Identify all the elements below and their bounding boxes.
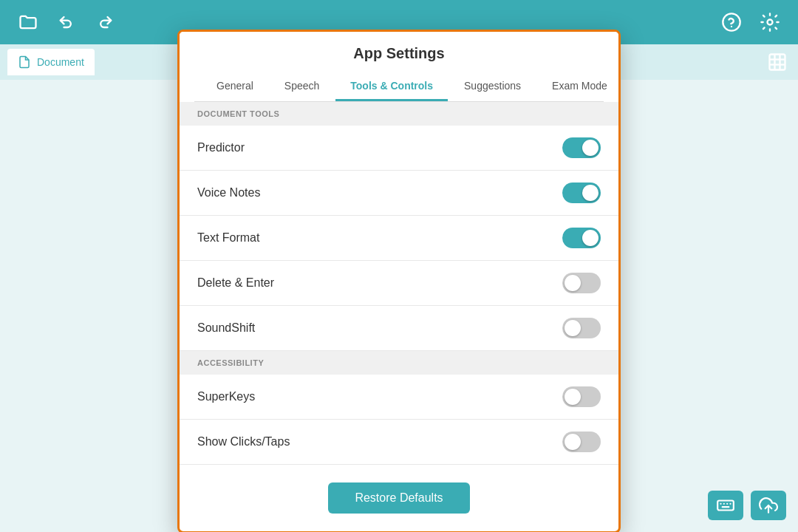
modal-overlay: App Settings General Speech Tools & Cont… <box>0 0 798 532</box>
soundshift-label: SoundShift <box>197 321 255 335</box>
tab-suggestions[interactable]: Suggestions <box>449 72 536 101</box>
predictor-toggle[interactable] <box>562 137 601 158</box>
section-document-tools-header: DOCUMENT TOOLS <box>180 102 618 126</box>
dialog-header: App Settings General Speech Tools & Cont… <box>180 32 618 102</box>
voice-notes-toggle[interactable] <box>562 183 601 203</box>
setting-voice-notes: Voice Notes <box>180 171 618 216</box>
soundshift-toggle[interactable] <box>562 318 601 338</box>
keyboard-icon-btn[interactable] <box>708 491 743 520</box>
delete-enter-toggle[interactable] <box>562 273 601 293</box>
tab-tools-controls[interactable]: Tools & Controls <box>335 72 448 101</box>
dialog-tabs: General Speech Tools & Controls Suggesti… <box>194 72 604 102</box>
setting-predictor: Predictor <box>180 126 618 171</box>
text-format-toggle[interactable] <box>562 228 601 248</box>
setting-soundshift: SoundShift <box>180 306 618 351</box>
setting-superkeys: SuperKeys <box>180 375 618 420</box>
superkeys-label: SuperKeys <box>197 390 255 403</box>
setting-delete-enter: Delete & Enter <box>180 261 618 306</box>
tab-speech[interactable]: Speech <box>270 72 334 101</box>
voice-notes-label: Voice Notes <box>197 186 260 200</box>
dialog-content: DOCUMENT TOOLS Predictor Voice Notes Tex… <box>180 102 618 465</box>
text-format-label: Text Format <box>197 231 259 245</box>
superkeys-toggle[interactable] <box>562 386 601 407</box>
svg-rect-8 <box>717 501 734 511</box>
show-clicks-label: Show Clicks/Taps <box>197 435 290 449</box>
app-settings-dialog: App Settings General Speech Tools & Cont… <box>177 30 621 532</box>
setting-show-clicks: Show Clicks/Taps <box>180 420 618 465</box>
bottom-bar <box>708 491 786 520</box>
show-clicks-toggle[interactable] <box>562 432 601 452</box>
tab-general[interactable]: General <box>202 72 268 101</box>
predictor-label: Predictor <box>197 141 245 154</box>
restore-defaults-button[interactable]: Restore Defaults <box>328 482 469 514</box>
dialog-footer: Restore Defaults <box>180 465 618 531</box>
tab-exam-mode[interactable]: Exam Mode <box>537 72 621 101</box>
upload-icon-btn[interactable] <box>751 491 786 520</box>
dialog-title: App Settings <box>194 45 604 62</box>
setting-text-format: Text Format <box>180 216 618 261</box>
section-accessibility-header: ACCESSIBILITY <box>180 351 618 375</box>
delete-enter-label: Delete & Enter <box>197 276 274 290</box>
